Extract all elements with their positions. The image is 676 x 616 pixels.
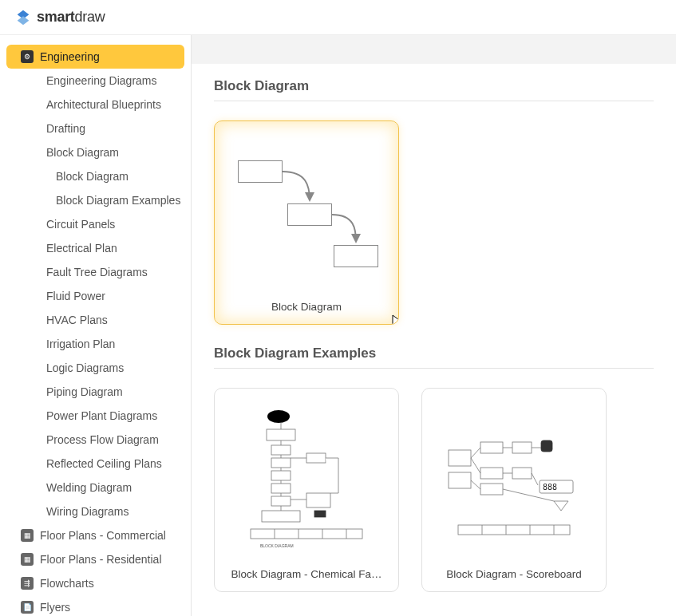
svg-line-36 bbox=[471, 448, 480, 458]
sidebar-item-power-plant-diagrams[interactable]: Power Plant Diagrams bbox=[8, 404, 191, 428]
section-title: Block Diagram bbox=[214, 78, 654, 101]
sidebar-category-label: Floor Plans - Residential bbox=[40, 553, 162, 566]
sidebar-item-fluid-power[interactable]: Fluid Power bbox=[8, 284, 191, 308]
content-toolbar bbox=[192, 35, 676, 64]
app-header: smartdraw bbox=[0, 0, 676, 35]
svg-rect-44 bbox=[458, 525, 570, 535]
sidebar-item-wiring-diagrams[interactable]: Wiring Diagrams bbox=[8, 500, 191, 523]
template-card-block-diagram[interactable]: Block Diagram bbox=[214, 120, 399, 325]
sidebar-item-drafting[interactable]: Drafting bbox=[8, 116, 191, 140]
svg-rect-8 bbox=[306, 453, 326, 463]
sidebar-item-welding-diagram[interactable]: Welding Diagram bbox=[8, 476, 191, 500]
svg-rect-29 bbox=[480, 468, 503, 479]
svg-rect-28 bbox=[480, 442, 503, 453]
flyer-icon: 📄 bbox=[21, 601, 34, 614]
sidebar-item-hvac-plans[interactable]: HVAC Plans bbox=[8, 308, 191, 332]
svg-point-0 bbox=[267, 410, 290, 423]
svg-rect-27 bbox=[449, 472, 471, 488]
sidebar-item-process-flow-diagram[interactable]: Process Flow Diagram bbox=[8, 428, 191, 452]
template-preview: BLOCK DIAGRAM bbox=[224, 398, 389, 563]
sidebar-engineering-children: Engineering Diagrams Architectural Bluep… bbox=[8, 69, 191, 523]
sidebar-category-label: Engineering bbox=[40, 50, 100, 63]
template-label: Block Diagram bbox=[224, 296, 389, 314]
template-preview bbox=[224, 131, 389, 296]
template-label: Block Diagram - Chemical Fa… bbox=[224, 563, 389, 582]
main-layout: ⚙ Engineering Engineering Diagrams Archi… bbox=[0, 35, 676, 616]
sidebar-category-flowcharts[interactable]: ⇶ Flowcharts bbox=[6, 571, 184, 595]
svg-rect-26 bbox=[449, 450, 471, 466]
svg-rect-7 bbox=[262, 511, 300, 522]
svg-rect-6 bbox=[271, 496, 291, 506]
sidebar-item-reflected-ceiling-plans[interactable]: Reflected Ceiling Plans bbox=[8, 452, 191, 476]
svg-rect-31 bbox=[512, 442, 532, 453]
brand-name: smartdraw bbox=[37, 9, 105, 26]
sidebar-item-irrigation-plan[interactable]: Irrigation Plan bbox=[8, 332, 191, 356]
cursor-pointer-icon bbox=[392, 314, 399, 325]
smartdraw-logo-icon bbox=[14, 9, 32, 26]
sidebar-category-engineering[interactable]: ⚙ Engineering bbox=[6, 45, 184, 69]
sidebar-subitem-block-diagram[interactable]: Block Diagram bbox=[8, 164, 191, 188]
sidebar-category-label: Flyers bbox=[40, 601, 70, 614]
sidebar-item-piping-diagram[interactable]: Piping Diagram bbox=[8, 380, 191, 404]
floorplan-icon: ▦ bbox=[21, 529, 34, 542]
svg-rect-32 bbox=[512, 468, 532, 479]
svg-text:888: 888 bbox=[543, 483, 557, 492]
sidebar-category-label: Flowcharts bbox=[40, 577, 94, 590]
floorplan-icon: ▦ bbox=[21, 553, 34, 566]
sidebar-item-circuit-panels[interactable]: Circuit Panels bbox=[8, 212, 191, 236]
sidebar-item-engineering-diagrams[interactable]: Engineering Diagrams bbox=[8, 69, 191, 93]
template-label: Block Diagram - Scoreboard bbox=[432, 563, 596, 582]
svg-text:BLOCK DIAGRAM: BLOCK DIAGRAM bbox=[260, 543, 294, 548]
flowchart-icon: ⇶ bbox=[21, 577, 34, 590]
sidebar[interactable]: ⚙ Engineering Engineering Diagrams Archi… bbox=[0, 35, 192, 616]
template-card-scoreboard[interactable]: 888 bbox=[421, 388, 607, 592]
sidebar-item-logic-diagrams[interactable]: Logic Diagrams bbox=[8, 356, 191, 380]
brand-logo[interactable]: smartdraw bbox=[14, 9, 105, 26]
svg-rect-3 bbox=[271, 458, 291, 468]
svg-rect-2 bbox=[271, 445, 291, 455]
svg-rect-9 bbox=[306, 493, 330, 507]
section-block-diagram: Block Diagram bbox=[192, 64, 676, 331]
sidebar-subitem-block-diagram-examples[interactable]: Block Diagram Examples bbox=[8, 188, 191, 212]
sidebar-item-fault-tree-diagrams[interactable]: Fault Tree Diagrams bbox=[8, 260, 191, 284]
sidebar-category-flyers[interactable]: 📄 Flyers bbox=[6, 595, 184, 616]
svg-rect-25 bbox=[314, 511, 326, 517]
svg-rect-10 bbox=[251, 529, 362, 539]
template-preview: 888 bbox=[432, 398, 596, 563]
svg-rect-1 bbox=[267, 429, 295, 440]
engineering-icon: ⚙ bbox=[21, 50, 34, 63]
svg-rect-33 bbox=[541, 440, 552, 452]
sidebar-category-floorplans-residential[interactable]: ▦ Floor Plans - Residential bbox=[6, 547, 184, 571]
svg-line-42 bbox=[532, 473, 538, 485]
section-title: Block Diagram Examples bbox=[214, 346, 654, 369]
svg-rect-5 bbox=[271, 484, 291, 493]
svg-line-37 bbox=[471, 458, 480, 473]
sidebar-item-architectural-blueprints[interactable]: Architectural Blueprints bbox=[8, 93, 191, 116]
svg-line-38 bbox=[471, 480, 480, 489]
sidebar-category-label: Floor Plans - Commercial bbox=[40, 529, 166, 542]
sidebar-category-floorplans-commercial[interactable]: ▦ Floor Plans - Commercial bbox=[6, 523, 184, 547]
content-area: Block Diagram bbox=[192, 35, 676, 616]
sidebar-item-electrical-plan[interactable]: Electrical Plan bbox=[8, 236, 191, 260]
svg-rect-4 bbox=[271, 471, 291, 480]
sidebar-item-block-diagram[interactable]: Block Diagram bbox=[8, 140, 191, 164]
template-card-chemical[interactable]: BLOCK DIAGRAM bbox=[214, 388, 399, 592]
section-block-diagram-examples: Block Diagram Examples bbox=[192, 331, 676, 598]
svg-rect-30 bbox=[480, 484, 503, 495]
